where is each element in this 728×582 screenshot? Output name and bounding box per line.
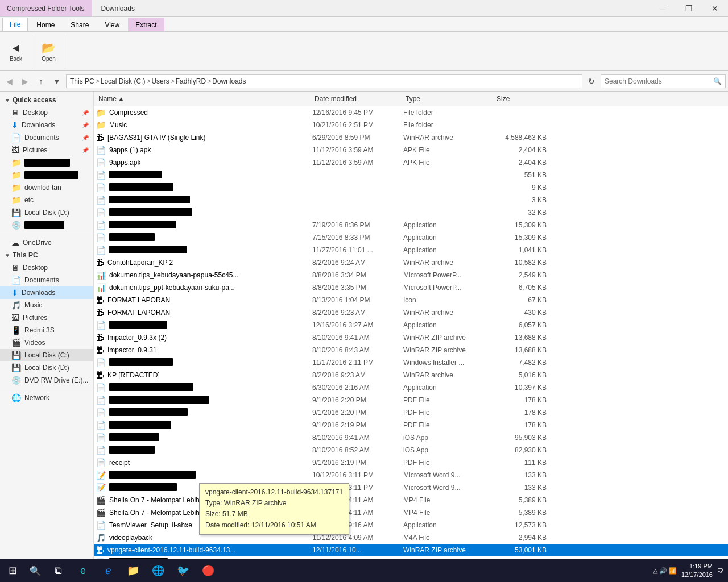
sidebar-item-downloads-pc[interactable]: ⬇ Downloads (0, 286, 93, 299)
table-row[interactable]: 🗜ContohLaporan_KP 28/2/2016 9:24 AMWinRA… (94, 256, 728, 269)
maximize-button[interactable]: ❐ (676, 0, 702, 17)
table-row[interactable]: 📄7/15/2016 8:33 PMApplication15,309 KB (94, 231, 728, 244)
search-input[interactable] (605, 77, 711, 85)
sidebar-item-downlodtan[interactable]: 📁 downlod tan (0, 181, 93, 194)
table-row[interactable]: 📄7/19/2016 8:36 PMApplication15,309 KB (94, 219, 728, 231)
taskbar-edge[interactable]: e (71, 559, 96, 582)
file-name-label (109, 171, 162, 180)
table-row[interactable]: 📄9 KB (94, 181, 728, 194)
sidebar-thispc-header[interactable]: ▼ This PC (0, 249, 93, 261)
table-row[interactable]: 🗜Impactor_0.9.318/10/2016 8:43 AMWinRAR … (94, 344, 728, 356)
minimize-button[interactable]: ─ (650, 0, 676, 17)
start-button[interactable]: ⊞ (0, 559, 25, 582)
sidebar-item-dvd[interactable]: 💿 DVD RW Drive (E:)... (0, 374, 93, 386)
file-type-label: iOS App (403, 446, 494, 454)
table-row[interactable]: 📄9/1/2016 2:20 PMPDF File178 KB (94, 406, 728, 419)
sidebar-item-desktop-pc[interactable]: 🖥 Desktop (0, 261, 93, 274)
sidebar-item-andro[interactable]: 📁 (0, 156, 93, 169)
nav-dropdown-button[interactable]: ▼ (50, 74, 64, 88)
search-box[interactable]: 🔍 (601, 74, 726, 88)
tab-file[interactable]: File (2, 18, 28, 31)
table-row[interactable]: 📄9/1/2016 2:20 PMPDF File178 KB (94, 394, 728, 406)
nav-up-button[interactable]: ↑ (34, 74, 48, 88)
table-row[interactable]: 📄TeamViewer_Setup_ii-ahxe12/11/2016 9:16… (94, 519, 728, 531)
sidebar-item-onedrive[interactable]: ☁ OneDrive (0, 236, 93, 249)
table-row[interactable]: 📄8/10/2016 8:52 AMiOS App82,930 KB (94, 444, 728, 456)
table-row[interactable]: 📁Music10/21/2016 2:51 PMFile folder (94, 119, 728, 131)
table-row[interactable]: 📄32 KB (94, 206, 728, 219)
table-row[interactable]: 📄11/27/2016 11:01 ...Application1,041 KB (94, 244, 728, 256)
sidebar-item-etc[interactable]: 📁 etc (0, 194, 93, 206)
ribbon-btn-open[interactable]: 📂 Open (37, 39, 60, 64)
sidebar-item-documents-quick[interactable]: 📄 Documents 📌 (0, 131, 93, 144)
table-row[interactable]: 📄6/30/2016 2:16 AMApplication10,397 KB (94, 381, 728, 394)
sidebar-item-localdisk-c[interactable]: 💾 Local Disk (C:) (0, 349, 93, 361)
nav-refresh-button[interactable]: ↻ (585, 74, 598, 88)
table-row[interactable]: 📄551 KB (94, 169, 728, 181)
table-row[interactable]: 📄9apps.apk11/12/2016 3:59 AMAPK File2,40… (94, 156, 728, 169)
table-row[interactable]: 🗜KP [REDACTED]8/2/2016 9:23 AMWinRAR arc… (94, 369, 728, 381)
table-row[interactable]: 📝10/12/2016 3:11 PMMicrosoft Word 9...13… (94, 469, 728, 481)
sidebar-item-redmi[interactable]: 📱 Redmi 3S (0, 324, 93, 336)
table-row[interactable]: 📝10/12/2016 3:11 PMMicrosoft Word 9...13… (94, 481, 728, 494)
table-row[interactable]: 🎬Sheila On 7 - Melompat Lebih Tinggi (In… (94, 494, 728, 506)
sidebar-item-music-pc[interactable]: 🎵 Music (0, 299, 93, 311)
close-button[interactable]: ✕ (702, 0, 728, 17)
col-header-type[interactable]: Type (403, 95, 494, 103)
table-row[interactable]: 🗜FORMAT LAPORAN8/2/2016 9:23 AMWinRAR ar… (94, 306, 728, 319)
table-row[interactable]: 🗜FORMAT LAPORAN8/13/2016 1:04 PMIcon67 K… (94, 294, 728, 306)
table-row[interactable]: 🗜[BAGAS31] GTA IV (Single Link)6/29/2016… (94, 131, 728, 144)
table-row[interactable]: 📄11/17/2016 2:11 PMWindows Installer ...… (94, 356, 728, 369)
nav-back-button[interactable]: ◀ (2, 74, 16, 88)
table-row[interactable]: 📊dokumen.tips_ppt-kebudayaan-suku-pa...8… (94, 281, 728, 294)
col-header-name[interactable]: Name ▲ (96, 95, 312, 103)
taskbar-files[interactable]: 📁 (121, 559, 146, 582)
table-row[interactable]: 📁Compressed12/16/2016 9:45 PMFile folder (94, 106, 728, 119)
sidebar-item-videos[interactable]: 🎬 Videos (0, 336, 93, 349)
taskbar-chrome[interactable]: 🔴 (196, 559, 221, 582)
col-header-size[interactable]: Size (494, 95, 551, 103)
table-row[interactable]: 📄12/16/2016 3:27 AMApplication6,057 KB (94, 319, 728, 331)
sidebar-item-localdisk-d-quick[interactable]: 💾 Local Disk (D:) (0, 206, 93, 219)
sidebar-item-network[interactable]: 🌐 Network (0, 392, 93, 404)
taskbar-task-view[interactable]: ⧉ (46, 559, 71, 582)
taskbar-bird[interactable]: 🐦 (171, 559, 196, 582)
table-row[interactable]: 🗜Impactor_0.9.3x (2)8/10/2016 9:41 AMWin… (94, 331, 728, 344)
table-row[interactable]: 🎬Sheila On 7 - Melompat Lebih Tinggi (In… (94, 506, 728, 519)
ribbon-btn-back[interactable]: ◄ Back (5, 39, 27, 64)
sidebar-item-documents-pc[interactable]: 📄 Documents (0, 274, 93, 286)
title-tab-compressed[interactable]: Compressed Folder Tools (0, 0, 92, 16)
taskbar-ie2[interactable]: 🌐 (146, 559, 171, 582)
table-row[interactable]: 🗜vpngate-client-2016.12.11-build-9634.13… (94, 544, 728, 556)
tab-home[interactable]: Home (29, 18, 62, 31)
tab-extract[interactable]: Extract (128, 18, 164, 31)
file-size: 430 KB (494, 309, 551, 317)
sidebar-quick-access-header[interactable]: ▼ Quick access (0, 94, 93, 106)
tab-view[interactable]: View (97, 18, 127, 31)
sidebar-item-downloads-quick[interactable]: ⬇ Downloads 📌 (0, 119, 93, 131)
taskbar-search-button[interactable]: 🔍 (25, 559, 46, 582)
sidebar-item-redacted-drive[interactable]: 💿 (0, 219, 93, 231)
table-row[interactable]: 📊dokumen.tips_kebudayaan-papua-55c45...8… (94, 269, 728, 281)
sidebar-item-desktop-quick[interactable]: 🖥 Desktop 📌 (0, 106, 93, 119)
taskbar: ⊞ 🔍 ⧉ e ℯ 📁 🌐 🐦 🔴 △ 🔊 📶 1:19 PM 12/17/20… (0, 559, 728, 582)
table-row[interactable]: 📄3 KB (94, 194, 728, 206)
file-type-label: WinRAR archive (403, 259, 494, 267)
file-type-label: WinRAR archive (403, 134, 494, 142)
table-row[interactable]: 📄8/10/2016 9:41 AMiOS App95,903 KB (94, 431, 728, 444)
file-date: 8/10/2016 8:52 AM (312, 446, 403, 454)
sidebar-item-localdisk-d2[interactable]: 💾 Local Disk (D:) (0, 361, 93, 374)
sidebar-item-pictures-pc[interactable]: 🖼 Pictures (0, 311, 93, 324)
sidebar-item-pictures-quick[interactable]: 🖼 Pictures 📌 (0, 144, 93, 156)
table-row[interactable]: 📄9apps (1).apk11/12/2016 3:59 AMAPK File… (94, 144, 728, 156)
address-path[interactable]: This PC > Local Disk (C:) > Users > Fadh… (66, 74, 582, 88)
table-row[interactable]: 📄9/1/2016 2:19 PMPDF File178 KB (94, 419, 728, 431)
col-header-date[interactable]: Date modified (312, 95, 403, 103)
table-row[interactable]: 📄receipt9/1/2016 2:19 PMPDF File111 KB (94, 456, 728, 469)
nav-forward-button[interactable]: ▶ (18, 74, 32, 88)
file-date: 8/10/2016 8:43 AM (312, 346, 403, 354)
tab-share[interactable]: Share (63, 18, 96, 31)
sidebar-item-gta[interactable]: 📁 (0, 169, 93, 181)
taskbar-ie[interactable]: ℯ (96, 559, 121, 582)
table-row[interactable]: 🎵videoplayback11/12/2016 4:09 AMM4A File… (94, 531, 728, 544)
